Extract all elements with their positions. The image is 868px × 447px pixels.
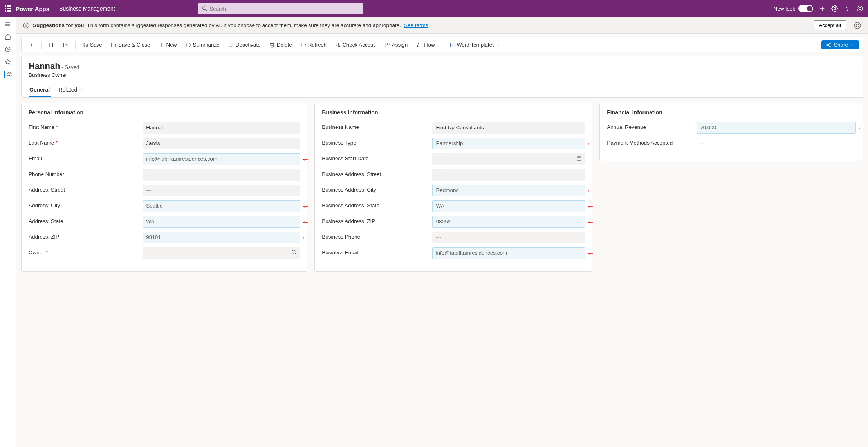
arrow-indicator-icon: ← — [586, 249, 594, 258]
recent-icon[interactable] — [5, 46, 12, 53]
section-title-personal: Personal Information — [29, 109, 300, 116]
form-tabs: General Related — [22, 83, 863, 98]
calendar-icon[interactable] — [576, 156, 582, 161]
app-header: Power Apps Business Management New look — [0, 0, 868, 17]
owner-label: Owner * — [29, 247, 143, 255]
bus-phone-input[interactable]: --- — [432, 232, 585, 243]
first-name-input[interactable]: Hannah — [143, 122, 300, 134]
save-button[interactable]: Save — [79, 40, 105, 49]
copilot-icon[interactable] — [856, 5, 863, 12]
ai-suggestion-bar: Suggestions for you This form contains s… — [16, 17, 868, 34]
summarize-button[interactable]: Summarize — [182, 40, 223, 49]
new-look-toggle[interactable] — [798, 5, 813, 12]
delete-button[interactable]: Delete — [266, 40, 295, 49]
see-terms-link[interactable]: See terms — [404, 22, 428, 28]
arrow-indicator-icon: ← — [301, 155, 309, 164]
left-rail — [0, 17, 16, 447]
svg-point-42 — [292, 250, 295, 253]
back-button[interactable] — [25, 41, 37, 49]
waffle-icon[interactable] — [5, 5, 11, 12]
bus-addr-street-input[interactable]: --- — [432, 169, 585, 181]
open-in-new-button[interactable] — [60, 41, 71, 49]
record-title: Hannah — [29, 61, 60, 71]
search-icon[interactable] — [291, 250, 297, 255]
bus-addr-zip-input[interactable]: 98052 — [432, 216, 585, 228]
revenue-input[interactable]: 70,000 — [697, 122, 856, 134]
phone-label: Phone Number — [29, 169, 143, 177]
search-bar[interactable] — [198, 3, 363, 14]
bus-email-input[interactable]: info@fabrikamresidences.com — [432, 247, 585, 259]
bus-name-input[interactable]: First Up Consultants — [432, 122, 585, 134]
help-icon[interactable] — [844, 5, 851, 12]
tab-general[interactable]: General — [29, 83, 51, 97]
section-title-business: Business Information — [322, 109, 585, 116]
accept-all-button[interactable]: Accept all — [814, 20, 846, 30]
chevron-down-icon — [79, 88, 83, 92]
tab-related[interactable]: Related — [58, 83, 83, 97]
bus-name-label: Business Name — [322, 122, 432, 130]
svg-point-0 — [202, 7, 206, 10]
bus-addr-state-label: Business Address: State — [322, 200, 432, 208]
svg-point-22 — [186, 43, 190, 47]
bus-type-input[interactable]: Partnership — [432, 138, 585, 149]
first-name-label: First Name * — [29, 122, 143, 130]
assign-button[interactable]: Assign — [381, 40, 411, 49]
phone-input[interactable]: --- — [143, 169, 300, 181]
addr-street-input[interactable]: --- — [143, 185, 300, 196]
bus-addr-zip-label: Business Address: ZIP — [322, 216, 432, 224]
addr-city-input[interactable]: Seattle — [143, 200, 300, 212]
svg-rect-23 — [229, 43, 232, 46]
bus-start-input[interactable]: --- — [432, 153, 585, 165]
bus-addr-city-input[interactable]: Redmond — [432, 185, 585, 196]
home-icon[interactable] — [5, 34, 12, 41]
revenue-label: Annual Revenue — [607, 122, 697, 130]
svg-point-6 — [857, 6, 863, 11]
share-button[interactable]: Share — [821, 40, 859, 49]
svg-line-40 — [828, 43, 830, 44]
search-icon — [202, 6, 208, 11]
word-templates-button[interactable]: Word Templates — [446, 40, 504, 49]
svg-line-43 — [295, 253, 296, 255]
overflow-button[interactable] — [506, 41, 518, 49]
refresh-button[interactable]: Refresh — [298, 40, 330, 49]
arrow-indicator-icon: ← — [857, 123, 865, 132]
addr-state-label: Address: State — [29, 216, 143, 224]
bus-start-label: Business Start Date — [322, 153, 432, 161]
email-input[interactable]: info@fabrikamresidences.com — [143, 153, 300, 165]
check-access-button[interactable]: Check Access — [332, 40, 379, 49]
menu-icon[interactable] — [5, 21, 12, 28]
addr-street-label: Address: Street — [29, 185, 143, 193]
record-saved-status: - Saved — [61, 64, 79, 70]
save-close-button[interactable]: Save & Close — [108, 40, 153, 49]
addr-zip-input[interactable]: 98101 — [143, 232, 300, 243]
svg-rect-16 — [50, 43, 52, 47]
last-name-label: Last Name * — [29, 138, 143, 146]
deactivate-button[interactable]: Deactivate — [225, 40, 264, 49]
search-input[interactable] — [210, 6, 359, 12]
svg-point-36 — [512, 46, 512, 47]
gear-icon[interactable] — [831, 5, 838, 12]
copilot-panel-icon[interactable] — [853, 21, 862, 30]
payment-value: --- — [697, 138, 856, 148]
addr-state-input[interactable]: WA — [143, 216, 300, 228]
section-title-financial: Financial Information — [607, 109, 856, 116]
suggestion-title: Suggestions for you — [33, 22, 84, 28]
svg-rect-44 — [577, 157, 581, 160]
owner-lookup[interactable] — [143, 247, 300, 259]
bus-type-label: Business Type — [322, 138, 432, 146]
plus-icon[interactable] — [819, 5, 826, 12]
last-name-input[interactable]: Jarvis — [143, 138, 300, 149]
arrow-indicator-icon: ← — [586, 186, 594, 195]
people-icon[interactable] — [4, 71, 11, 78]
new-button[interactable]: New — [156, 40, 180, 49]
open-record-set-button[interactable] — [45, 41, 57, 49]
command-bar: Save Save & Close New Summarize Deactiva… — [21, 38, 863, 52]
svg-line-19 — [65, 44, 67, 46]
pin-icon[interactable] — [5, 59, 12, 66]
svg-point-15 — [854, 22, 861, 29]
svg-point-34 — [512, 43, 512, 44]
bus-addr-state-input[interactable]: WA — [432, 200, 585, 212]
svg-line-1 — [205, 9, 207, 11]
financial-info-card: Financial Information Annual Revenue 70,… — [599, 103, 863, 161]
flow-button[interactable]: Flow — [413, 40, 444, 49]
